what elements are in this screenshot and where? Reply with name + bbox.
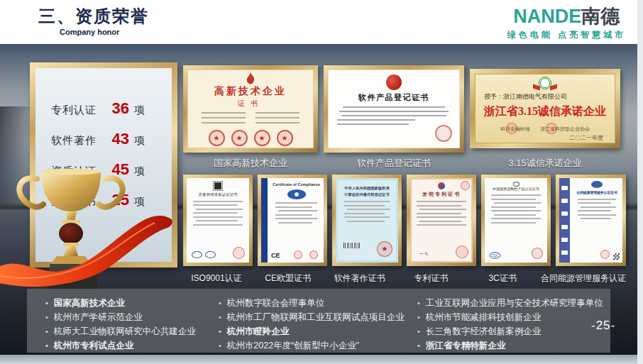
company-logo: NANDE南德 绿色电能 点亮智慧城市 bbox=[507, 4, 626, 41]
page-title: 三、资质荣誉 bbox=[38, 5, 149, 28]
text-placeholder bbox=[485, 194, 547, 224]
iaf-cnas-logos bbox=[192, 251, 216, 258]
honors-column-3: •工业互联网企业应用与安全技术研究理事单位 •杭州市节能减排科技创新企业 •长三… bbox=[417, 298, 610, 353]
stat-value: 43 bbox=[105, 130, 129, 148]
national-emblem-icon bbox=[386, 75, 402, 90]
blue-sidebar bbox=[261, 178, 268, 263]
honor-item: •杭州市瞪羚企业 bbox=[219, 326, 417, 337]
bullet-icon: • bbox=[45, 313, 48, 321]
issuers: 科技金融时报 浙江省科技型企业协会 bbox=[476, 126, 615, 133]
stat-row: 软件著作 43 项 bbox=[51, 130, 172, 148]
honor-item: •杭州市产学研示范企业 bbox=[45, 312, 219, 323]
honor-item: •杭州市专利试点企业 bbox=[45, 341, 219, 351]
bullet-icon: • bbox=[45, 327, 48, 336]
certificate-title: 软件产品登记证书 bbox=[329, 92, 459, 103]
honor-item: •杭州市节能减排科技创新企业 bbox=[417, 312, 610, 323]
signature: ∽∿ bbox=[419, 250, 428, 257]
stamp-icon: ★ bbox=[277, 130, 293, 146]
caption: 3C证书 bbox=[469, 272, 536, 285]
certificate-hightech: 高新技术企业 证书 ★ ★ ★ ★ bbox=[183, 65, 318, 153]
logo-cn: 南德 bbox=[581, 6, 620, 27]
stamp-icon bbox=[532, 248, 543, 259]
honors-panel: •国家高新技术企业 •杭州市产学研示范企业 •杭师大工业物联网研究中心共建企业 … bbox=[27, 289, 610, 353]
certificate-title: 合同能源管理服务认证证书 bbox=[576, 190, 617, 195]
certificate-iso9001: 质量管理体系认证证书 bbox=[183, 175, 253, 266]
certificate-title: Certificate of Compliance bbox=[271, 182, 322, 187]
cnas-logo-icon bbox=[205, 251, 216, 258]
stamp-icon bbox=[309, 250, 318, 259]
bullet-icon: • bbox=[219, 299, 221, 307]
logo-tagline: 绿色电能 点亮智慧城市 bbox=[507, 29, 626, 41]
logo-wordmark: NANDE南德 bbox=[507, 4, 626, 29]
text-placeholder bbox=[410, 201, 473, 226]
caption: 合同能源管理服务认证 bbox=[541, 272, 626, 285]
caption: 软件产品登记证书 bbox=[324, 157, 464, 170]
cnipa-logo-icon bbox=[438, 182, 445, 189]
text-placeholder bbox=[329, 106, 459, 125]
honor-item: •工业互联网企业应用与安全技术研究理事单位 bbox=[417, 298, 610, 309]
ce-mark: CE bbox=[271, 252, 280, 259]
certificate-ce: Certificate of Compliance CE bbox=[258, 175, 327, 266]
stat-value: 36 bbox=[105, 99, 129, 118]
caption: ISO9001认证 bbox=[183, 272, 250, 285]
certificate-315-integrity: 授予：浙江南德电气有限公司 浙江省3.15诚信承诺企业 科技金融时报 浙江省科技… bbox=[470, 69, 620, 148]
captions-row-2: ISO9001认证 CE欧盟证书 软件著作证书 专利证书 3C证书 合同能源管理… bbox=[183, 272, 626, 285]
stamp-icon bbox=[461, 181, 470, 190]
certificate-energy-management: 合同能源管理服务认证证书 bbox=[556, 175, 626, 266]
caption: 国家高新技术企业 bbox=[183, 157, 318, 170]
certificate-title: 中国国家强制性产品认证证书 bbox=[488, 187, 545, 191]
red-stamps: ★ ★ ★ ★ bbox=[188, 130, 313, 146]
gbc-logo-column bbox=[559, 178, 570, 263]
star-stamp-icon: ★ bbox=[377, 241, 392, 257]
text-placeholder bbox=[269, 202, 324, 224]
slide-edge-right bbox=[637, 0, 643, 364]
trophy-icon bbox=[0, 163, 179, 294]
logo-en: NANDE bbox=[513, 6, 581, 27]
award-line: 授予：浙江南德电气有限公司 bbox=[476, 92, 615, 101]
honor-item: •浙江省专精特新企业 bbox=[417, 341, 610, 351]
slide: 三、资质荣誉 Company honor NANDE南德 绿色电能 点亮智慧城市… bbox=[0, 0, 643, 364]
issuer-left: 科技金融时报 bbox=[500, 126, 530, 133]
bullet-icon: • bbox=[219, 313, 221, 321]
page-subtitle: Company honor bbox=[60, 28, 119, 36]
honor-item: •杭师大工业物联网研究中心共建企业 bbox=[45, 326, 219, 337]
certificate-title: 发明专利证书 bbox=[410, 191, 473, 198]
bullet-icon: • bbox=[219, 327, 221, 336]
certificate-title: 浙江省3.15诚信承诺企业 bbox=[476, 104, 615, 119]
seal-icon bbox=[591, 181, 603, 188]
certificate-3c: 中国国家强制性产品认证证书 CQC bbox=[481, 175, 551, 266]
certificate-subtitle: 证书 bbox=[188, 99, 313, 109]
certificate-title: 质量管理体系认证证书 bbox=[189, 192, 247, 197]
caption: 软件著作证书 bbox=[326, 272, 393, 285]
certificates-row-1: 高新技术企业 证书 ★ ★ ★ ★ 软件产品登记证书 bbox=[183, 65, 626, 153]
captions-row-1: 国家高新技术企业 软件产品登记证书 3.15诚信承诺企业 bbox=[183, 157, 626, 170]
bullet-icon: • bbox=[45, 341, 48, 350]
stamp-icon: ★ bbox=[209, 130, 225, 146]
stat-label: 软件著作 bbox=[51, 134, 105, 148]
stamp-icon bbox=[435, 125, 452, 142]
stamp-icon: ★ bbox=[254, 130, 270, 146]
honors-column-2: •杭州数字联合会理事单位 •杭州市工厂物联网和工业互联网试点项目企业 •杭州市瞪… bbox=[219, 298, 417, 353]
issuing-org: 中华人民共和国国家版权局 bbox=[341, 186, 392, 192]
honor-item: •长三角数字经济创新案例企业 bbox=[417, 326, 610, 337]
stamp-icon bbox=[233, 247, 245, 259]
bullet-icon: • bbox=[417, 313, 420, 321]
caption: 专利证书 bbox=[397, 272, 464, 285]
honor-item: •国家高新技术企业 bbox=[45, 298, 219, 309]
stamp-icon bbox=[456, 246, 468, 258]
certificate-title: 计算机软件著作权登记证书 bbox=[341, 192, 392, 198]
certificate-software-copyright: 中华人民共和国国家版权局 计算机软件著作权登记证书 ★ bbox=[332, 175, 402, 266]
bullet-icon: • bbox=[219, 341, 221, 350]
slide-edge-bottom bbox=[0, 355, 637, 364]
stat-label: 专利认证 bbox=[51, 104, 105, 117]
year-label: 二〇二一年度 bbox=[476, 134, 615, 142]
bullet-icon: • bbox=[417, 341, 420, 350]
text-placeholder bbox=[188, 112, 313, 127]
page-number: -25- bbox=[591, 319, 615, 333]
bullet-icon: • bbox=[417, 327, 420, 336]
barcode bbox=[344, 243, 361, 248]
honors-column-1: •国家高新技术企业 •杭州市产学研示范企业 •杭师大工业物联网研究中心共建企业 … bbox=[45, 298, 219, 353]
caption: CE欧盟证书 bbox=[255, 272, 322, 285]
caption: 3.15诚信承诺企业 bbox=[470, 157, 620, 170]
text-placeholder bbox=[338, 201, 396, 222]
